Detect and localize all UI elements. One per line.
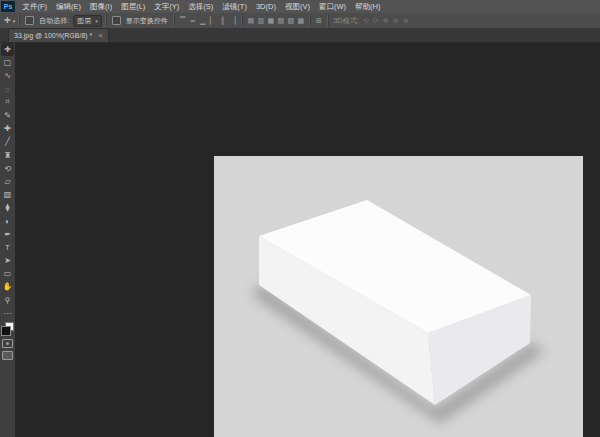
- color-swatches[interactable]: [1, 322, 14, 336]
- spot-healing-brush-tool[interactable]: ✚: [1, 122, 14, 135]
- box-mockup-image: [214, 156, 583, 437]
- auto-select-checkbox[interactable]: [25, 16, 34, 25]
- close-icon[interactable]: ×: [98, 31, 103, 40]
- type-tool[interactable]: T: [1, 241, 14, 254]
- photoshop-logo: Ps: [1, 1, 15, 12]
- align-left-edges-icon[interactable]: ▏: [208, 14, 218, 27]
- quick-mask-button[interactable]: [2, 339, 13, 348]
- separator: [173, 15, 175, 26]
- show-transform-checkbox[interactable]: [112, 16, 121, 25]
- menu-filter[interactable]: 滤镜(T): [218, 0, 252, 13]
- 3d-pan-icon[interactable]: ✥: [381, 14, 391, 27]
- document-tab[interactable]: 33.jpg @ 100%(RGB/8) * ×: [8, 28, 109, 42]
- auto-select-dropdown[interactable]: 图层 ▾: [73, 15, 102, 27]
- menu-file[interactable]: 文件(F): [18, 0, 52, 13]
- history-brush-tool[interactable]: ⟲: [1, 162, 14, 175]
- clone-stamp-tool[interactable]: ♜: [1, 149, 14, 162]
- align-top-edges-icon[interactable]: ▔: [178, 14, 188, 27]
- distribute-horizontal-centers-icon[interactable]: ▨: [286, 14, 296, 27]
- 3d-rotate-icon[interactable]: ⟲: [361, 14, 371, 27]
- zoom-tool[interactable]: ⚲: [1, 294, 14, 307]
- menu-view[interactable]: 视图(V): [280, 0, 314, 13]
- menu-window[interactable]: 窗口(W): [314, 0, 350, 13]
- eyedropper-tool[interactable]: ✎: [1, 109, 14, 122]
- gradient-tool[interactable]: ▧: [1, 188, 14, 201]
- menu-layer[interactable]: 图层(L): [117, 0, 150, 13]
- document-canvas[interactable]: [214, 156, 583, 437]
- edit-toolbar-button[interactable]: ⋯: [1, 307, 14, 320]
- chevron-down-icon: ▾: [95, 18, 98, 24]
- tool-options-bar: ✛ ▾ 自动选择: 图层 ▾ 显示变换控件 ▔ ═ ▁ ▏ ║ ▕ ▤ ▥ ▦ …: [0, 13, 600, 28]
- active-tool-badge[interactable]: ✛ ▾: [4, 16, 15, 25]
- brush-tool[interactable]: ╱: [1, 135, 14, 148]
- separator: [18, 15, 20, 26]
- blur-tool[interactable]: ⧫: [1, 201, 14, 214]
- foreground-color-swatch[interactable]: [1, 326, 11, 336]
- chevron-down-icon: ▾: [13, 18, 16, 24]
- auto-align-layers-icon[interactable]: ⊞: [314, 14, 324, 27]
- separator: [309, 15, 311, 26]
- document-tab-title: 33.jpg @ 100%(RGB/8) *: [14, 32, 92, 39]
- crop-tool[interactable]: ⌗: [1, 96, 14, 109]
- 3d-scale-icon[interactable]: ⊗: [401, 14, 411, 27]
- align-horizontal-centers-icon[interactable]: ║: [218, 14, 228, 27]
- menu-3d[interactable]: 3D(D): [251, 0, 280, 13]
- tab-strip: 33.jpg @ 100%(RGB/8) * ×: [0, 28, 600, 43]
- move-tool-icon: ✛: [4, 16, 11, 25]
- menu-edit[interactable]: 编辑(E): [52, 0, 86, 13]
- distribute-vertical-centers-icon[interactable]: ▥: [256, 14, 266, 27]
- distribute-top-edges-icon[interactable]: ▤: [246, 14, 256, 27]
- separator: [105, 15, 107, 26]
- path-selection-tool[interactable]: ➤: [1, 254, 14, 267]
- menu-image[interactable]: 图像(I): [86, 0, 117, 13]
- 3d-roll-icon[interactable]: ⟳: [371, 14, 381, 27]
- eraser-tool[interactable]: ▱: [1, 175, 14, 188]
- distribute-left-edges-icon[interactable]: ▧: [276, 14, 286, 27]
- auto-select-label: 自动选择:: [39, 16, 69, 26]
- show-transform-label: 显示变换控件: [126, 16, 168, 26]
- quick-selection-tool[interactable]: ◌: [1, 83, 14, 96]
- separator: [241, 15, 243, 26]
- align-right-edges-icon[interactable]: ▕: [228, 14, 238, 27]
- distribute-right-edges-icon[interactable]: ▩: [296, 14, 306, 27]
- menu-bar: Ps 文件(F) 编辑(E) 图像(I) 图层(L) 文字(Y) 选择(S) 滤…: [0, 0, 600, 13]
- hand-tool[interactable]: ✋: [1, 280, 14, 293]
- auto-select-value: 图层: [77, 16, 91, 26]
- lasso-tool[interactable]: ∿: [1, 69, 14, 82]
- 3d-slide-icon[interactable]: ⊕: [391, 14, 401, 27]
- menu-help[interactable]: 帮助(H): [351, 0, 385, 13]
- menu-select[interactable]: 选择(S): [184, 0, 218, 13]
- tools-panel: ✛ ▢ ∿ ◌ ⌗ ✎ ✚ ╱ ♜ ⟲ ▱ ▧ ⧫ ◐ ✒ T ➤ ▭ ✋ ⚲ …: [0, 43, 15, 437]
- screen-mode-button[interactable]: [2, 351, 13, 360]
- rectangular-marquee-tool[interactable]: ▢: [1, 56, 14, 69]
- menu-type[interactable]: 文字(Y): [150, 0, 184, 13]
- distribute-bottom-edges-icon[interactable]: ▦: [266, 14, 276, 27]
- workspace: [15, 43, 600, 437]
- separator: [327, 15, 329, 26]
- dodge-tool[interactable]: ◐: [1, 214, 14, 227]
- move-tool[interactable]: ✛: [1, 43, 14, 56]
- 3d-mode-label: 3D模式:: [334, 16, 359, 26]
- photoshop-window: Ps 文件(F) 编辑(E) 图像(I) 图层(L) 文字(Y) 选择(S) 滤…: [0, 0, 600, 437]
- align-vertical-centers-icon[interactable]: ═: [188, 14, 198, 27]
- align-bottom-edges-icon[interactable]: ▁: [198, 14, 208, 27]
- rectangle-tool[interactable]: ▭: [1, 267, 14, 280]
- pen-tool[interactable]: ✒: [1, 228, 14, 241]
